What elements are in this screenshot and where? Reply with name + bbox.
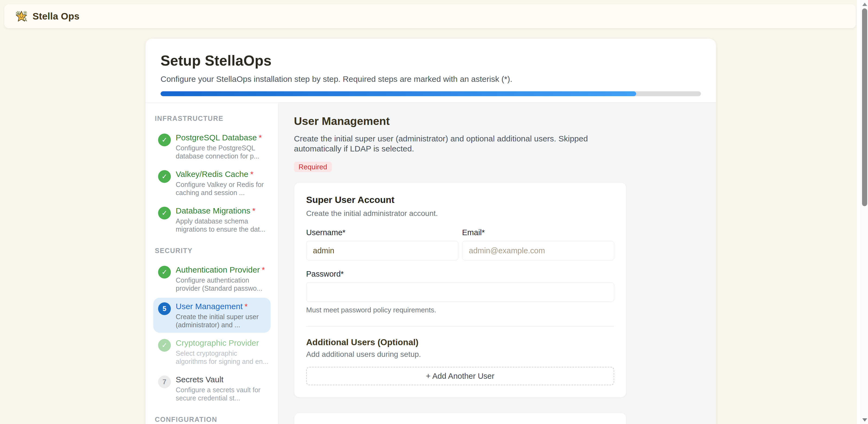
sidebar-item-authentication-provider[interactable]: ✓ Authentication Provider* Configure aut… [153,261,271,296]
required-asterisk: * [250,170,253,178]
page-title: User Management [294,115,701,128]
section-security: SECURITY ✓ Authentication Provider* Conf… [153,247,271,406]
validation-checks-panel: Validation Checks connectivity Check pas… [294,413,626,424]
required-asterisk: * [252,206,255,215]
super-user-account-panel: Super User Account Create the initial ad… [294,182,626,397]
setup-progress-fill [160,91,636,96]
section-label-infrastructure: INFRASTRUCTURE [153,115,271,123]
scrollbar-track[interactable] [861,0,868,424]
username-email-row: Username* Email* [306,228,614,260]
step-done-check-icon: ✓ [158,134,171,146]
sidebar-item-user-management[interactable]: 5 User Management* Create the initial su… [153,298,271,333]
step-description: Configure authentication provider (Stand… [176,276,269,292]
email-label: Email* [462,228,614,237]
super-user-panel-title: Super User Account [306,195,614,205]
additional-users-section: Additional Users (Optional) Add addition… [306,337,614,385]
required-asterisk: * [259,133,262,142]
step-description: Create the initial super user (administr… [176,313,269,329]
step-title: User Management* [176,301,269,311]
step-title: Database Migrations* [176,206,269,216]
sidebar-item-valkey-redis-cache[interactable]: ✓ Valkey/Redis Cache* Configure Valkey o… [153,166,271,200]
additional-users-subtitle: Add additional users during setup. [306,350,614,359]
right-scroll-rail [857,0,868,424]
setup-card-body: INFRASTRUCTURE ✓ PostgreSQL Database* Co… [146,102,716,424]
username-input[interactable] [306,241,458,260]
scrollbar-down-arrow-icon[interactable] [862,418,867,422]
sidebar-item-postgresql-database[interactable]: ✓ PostgreSQL Database* Configure the Pos… [153,129,271,164]
setup-card-header: Setup StellaOps Configure your StellaOps… [146,39,716,102]
step-done-check-icon: ✓ [158,266,171,279]
steps-sidebar: INFRASTRUCTURE ✓ PostgreSQL Database* Co… [146,103,278,424]
setup-card: Setup StellaOps Configure your StellaOps… [146,39,716,424]
step-done-check-icon: ✓ [158,207,171,220]
step-done-check-icon: ✓ [158,339,171,352]
top-navbar: Stella Ops [4,4,856,28]
scrollbar-thumb[interactable] [862,8,867,206]
required-asterisk: * [262,265,265,274]
additional-users-title: Additional Users (Optional) [306,337,614,347]
setup-wizard-page: { "colors": { "accent_blue": "#1a6dc4", … [0,0,868,424]
step-description: Configure the PostgreSQL database connec… [176,144,269,160]
stella-ops-logo-icon [15,10,28,23]
setup-progress-track [160,91,701,96]
email-input[interactable] [462,241,614,260]
sidebar-item-cryptographic-provider[interactable]: ✓ Cryptographic Provider Select cryptogr… [153,334,271,369]
setup-subtitle: Configure your StellaOps installation st… [160,74,701,84]
step-description: Configure Valkey or Redis for caching an… [176,181,269,197]
step-description: Configure a secrets vault for secure cre… [176,386,269,402]
page-description: Create the initial super user (administr… [294,134,617,154]
sidebar-item-database-migrations[interactable]: ✓ Database Migrations* Apply database sc… [153,202,271,237]
step-description: Select cryptographic algorithms for sign… [176,349,269,365]
step-number-badge: 5 [158,302,171,315]
password-input[interactable] [306,282,614,302]
required-badge: Required [294,162,332,172]
scrollbar-up-arrow-icon[interactable] [862,3,867,6]
step-title: Secrets Vault [176,375,269,385]
super-user-panel-subtitle: Create the initial administrator account… [306,209,614,218]
step-title: Valkey/Redis Cache* [176,169,269,179]
password-row: Password* Must meet password policy requ… [306,269,614,314]
add-another-user-button[interactable]: + Add Another User [306,367,614,385]
sidebar-item-secrets-vault[interactable]: 7 Secrets Vault Configure a secrets vaul… [153,371,271,406]
section-configuration: CONFIGURATION [153,416,271,423]
password-helper-text: Must meet password policy requirements. [306,306,614,314]
step-done-check-icon: ✓ [158,170,171,183]
step-title: Cryptographic Provider [176,338,269,348]
step-title: Authentication Provider* [176,265,269,275]
step-content: User Management Create the initial super… [278,103,716,424]
brand-name: Stella Ops [33,11,80,22]
step-description: Apply database schema migrations to ensu… [176,217,269,233]
username-label: Username* [306,228,458,237]
setup-title: Setup StellaOps [160,52,701,69]
required-asterisk: * [245,302,248,311]
password-label: Password* [306,269,614,279]
section-label-configuration: CONFIGURATION [153,416,271,423]
section-label-security: SECURITY [153,247,271,255]
step-title: PostgreSQL Database* [176,133,269,142]
step-number-badge: 7 [158,376,171,388]
section-infrastructure: INFRASTRUCTURE ✓ PostgreSQL Database* Co… [153,115,271,237]
